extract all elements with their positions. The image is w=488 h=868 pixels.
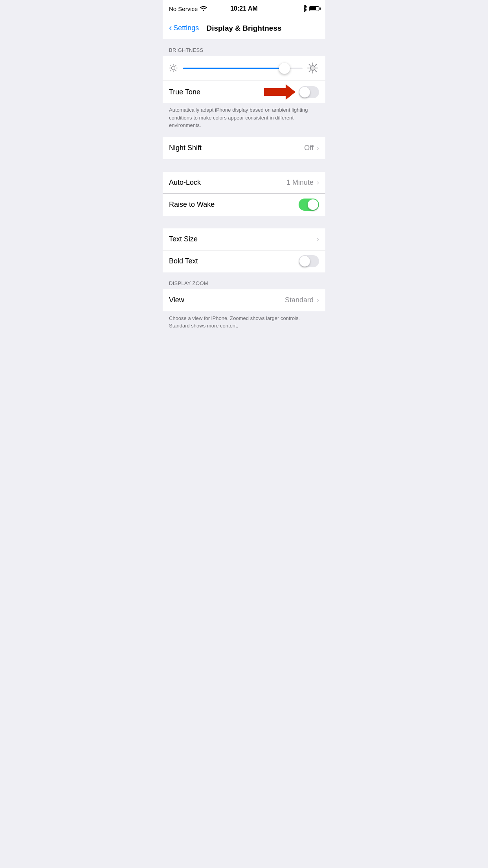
true-tone-toggle[interactable] bbox=[299, 86, 319, 98]
svg-line-17 bbox=[309, 71, 310, 72]
true-tone-row[interactable]: True Tone bbox=[163, 81, 325, 103]
brightness-track bbox=[183, 68, 284, 69]
svg-line-5 bbox=[171, 65, 171, 66]
text-size-label: Text Size bbox=[169, 235, 198, 243]
text-size-row[interactable]: Text Size › bbox=[163, 228, 325, 250]
night-shift-row[interactable]: Night Shift Off › bbox=[163, 137, 325, 159]
true-tone-footer: Automatically adapt iPhone display based… bbox=[163, 103, 325, 137]
view-label: View bbox=[169, 296, 184, 304]
night-shift-chevron-icon: › bbox=[317, 144, 319, 152]
bold-text-label: Bold Text bbox=[169, 257, 198, 265]
svg-line-6 bbox=[175, 70, 176, 71]
svg-point-9 bbox=[310, 66, 315, 70]
night-shift-label: Night Shift bbox=[169, 144, 202, 152]
wifi-icon bbox=[200, 6, 207, 12]
autolock-group: Auto-Lock 1 Minute › Raise to Wake bbox=[163, 172, 325, 216]
auto-lock-right: 1 Minute › bbox=[286, 178, 319, 187]
nav-bar: ‹ Settings Display & Brightness bbox=[163, 17, 325, 39]
raise-to-wake-label: Raise to Wake bbox=[169, 200, 215, 209]
brightness-row[interactable] bbox=[163, 56, 325, 81]
bold-text-toggle-knob bbox=[299, 256, 310, 267]
svg-marker-18 bbox=[264, 84, 295, 100]
display-zoom-group: View Standard › bbox=[163, 289, 325, 311]
sun-small-icon bbox=[169, 64, 178, 73]
spacer-1 bbox=[163, 159, 325, 172]
display-zoom-footer: Choose a view for iPhone. Zoomed shows l… bbox=[163, 311, 325, 338]
true-tone-right bbox=[264, 83, 319, 101]
svg-line-14 bbox=[309, 64, 310, 66]
carrier-label: No Service bbox=[169, 6, 198, 12]
back-button[interactable]: ‹ Settings bbox=[169, 24, 199, 33]
spacer-2 bbox=[163, 216, 325, 228]
true-tone-label: True Tone bbox=[169, 88, 200, 96]
bluetooth-icon bbox=[302, 5, 307, 13]
red-arrow-icon bbox=[264, 83, 295, 101]
brightness-thumb bbox=[279, 63, 290, 74]
auto-lock-label: Auto-Lock bbox=[169, 178, 201, 187]
svg-point-0 bbox=[172, 66, 175, 70]
status-time: 10:21 AM bbox=[230, 5, 258, 12]
svg-line-16 bbox=[316, 64, 317, 66]
bold-text-row[interactable]: Bold Text bbox=[163, 250, 325, 272]
svg-line-7 bbox=[175, 65, 176, 66]
view-right: Standard › bbox=[285, 296, 319, 304]
text-group: Text Size › Bold Text bbox=[163, 228, 325, 272]
night-shift-right: Off › bbox=[304, 144, 319, 152]
bold-text-toggle[interactable] bbox=[299, 255, 319, 267]
auto-lock-chevron-icon: › bbox=[317, 178, 319, 187]
text-size-chevron-icon: › bbox=[317, 235, 319, 243]
auto-lock-row[interactable]: Auto-Lock 1 Minute › bbox=[163, 172, 325, 194]
status-right bbox=[302, 5, 319, 13]
true-tone-toggle-knob bbox=[299, 87, 310, 97]
svg-line-15 bbox=[316, 71, 317, 72]
raise-to-wake-toggle[interactable] bbox=[299, 199, 319, 211]
status-bar: No Service 10:21 AM bbox=[163, 0, 325, 17]
page-title: Display & Brightness bbox=[206, 24, 281, 33]
view-value: Standard bbox=[285, 296, 314, 304]
display-zoom-section-header: DISPLAY ZOOM bbox=[163, 272, 325, 289]
back-chevron-icon: ‹ bbox=[169, 23, 172, 33]
text-size-right: › bbox=[317, 235, 319, 243]
night-shift-group: Night Shift Off › bbox=[163, 137, 325, 159]
sun-large-icon bbox=[307, 63, 319, 74]
svg-line-8 bbox=[171, 70, 171, 71]
battery-icon bbox=[309, 6, 319, 11]
brightness-group: True Tone bbox=[163, 56, 325, 103]
brightness-slider[interactable] bbox=[183, 68, 303, 69]
view-chevron-icon: › bbox=[317, 296, 319, 304]
brightness-section-header: BRIGHTNESS bbox=[163, 39, 325, 56]
status-left: No Service bbox=[169, 6, 207, 12]
night-shift-value: Off bbox=[304, 144, 314, 152]
view-row[interactable]: View Standard › bbox=[163, 289, 325, 311]
raise-to-wake-toggle-knob bbox=[308, 199, 318, 210]
raise-to-wake-row[interactable]: Raise to Wake bbox=[163, 194, 325, 216]
auto-lock-value: 1 Minute bbox=[286, 178, 314, 187]
back-label: Settings bbox=[173, 24, 199, 32]
